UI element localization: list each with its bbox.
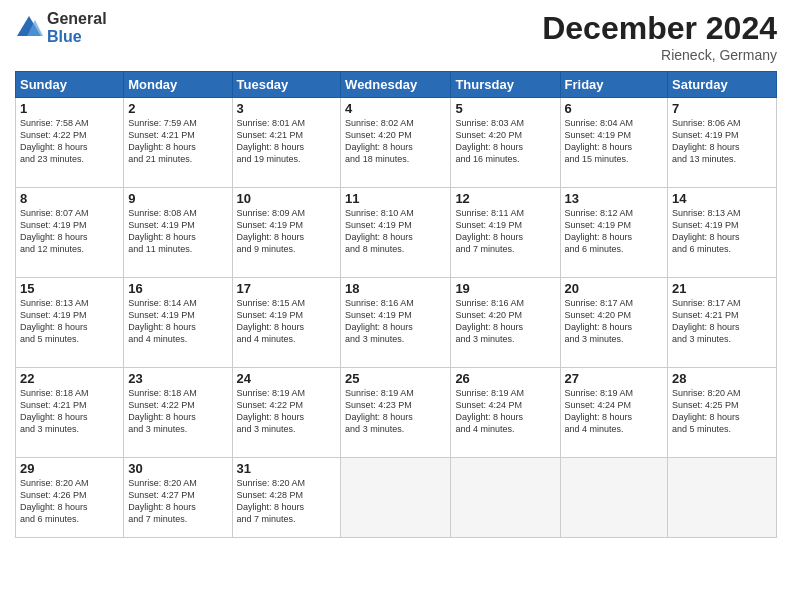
day-info: Sunrise: 8:19 AMSunset: 4:22 PMDaylight:…	[237, 387, 337, 436]
day-number: 9	[128, 191, 227, 206]
col-header-monday: Monday	[124, 72, 232, 98]
day-number: 8	[20, 191, 119, 206]
day-info: Sunrise: 8:11 AMSunset: 4:19 PMDaylight:…	[455, 207, 555, 256]
day-number: 2	[128, 101, 227, 116]
day-info: Sunrise: 8:12 AMSunset: 4:19 PMDaylight:…	[565, 207, 664, 256]
logo-icon	[15, 14, 43, 42]
day-info: Sunrise: 8:19 AMSunset: 4:23 PMDaylight:…	[345, 387, 446, 436]
day-info: Sunrise: 8:16 AMSunset: 4:20 PMDaylight:…	[455, 297, 555, 346]
calendar-cell: 22Sunrise: 8:18 AMSunset: 4:21 PMDayligh…	[16, 368, 124, 458]
day-info: Sunrise: 8:20 AMSunset: 4:26 PMDaylight:…	[20, 477, 119, 526]
day-number: 5	[455, 101, 555, 116]
calendar-week-5: 29Sunrise: 8:20 AMSunset: 4:26 PMDayligh…	[16, 458, 777, 538]
day-info: Sunrise: 8:06 AMSunset: 4:19 PMDaylight:…	[672, 117, 772, 166]
month-title: December 2024	[542, 10, 777, 47]
location: Rieneck, Germany	[542, 47, 777, 63]
day-info: Sunrise: 8:13 AMSunset: 4:19 PMDaylight:…	[672, 207, 772, 256]
calendar-cell: 2Sunrise: 7:59 AMSunset: 4:21 PMDaylight…	[124, 98, 232, 188]
day-number: 17	[237, 281, 337, 296]
day-number: 15	[20, 281, 119, 296]
calendar-cell: 24Sunrise: 8:19 AMSunset: 4:22 PMDayligh…	[232, 368, 341, 458]
calendar-cell: 25Sunrise: 8:19 AMSunset: 4:23 PMDayligh…	[341, 368, 451, 458]
calendar-cell: 28Sunrise: 8:20 AMSunset: 4:25 PMDayligh…	[668, 368, 777, 458]
day-number: 3	[237, 101, 337, 116]
day-info: Sunrise: 8:19 AMSunset: 4:24 PMDaylight:…	[455, 387, 555, 436]
calendar-cell: 7Sunrise: 8:06 AMSunset: 4:19 PMDaylight…	[668, 98, 777, 188]
day-number: 28	[672, 371, 772, 386]
day-info: Sunrise: 8:04 AMSunset: 4:19 PMDaylight:…	[565, 117, 664, 166]
day-info: Sunrise: 8:14 AMSunset: 4:19 PMDaylight:…	[128, 297, 227, 346]
calendar-cell: 20Sunrise: 8:17 AMSunset: 4:20 PMDayligh…	[560, 278, 668, 368]
calendar-week-2: 8Sunrise: 8:07 AMSunset: 4:19 PMDaylight…	[16, 188, 777, 278]
calendar-header-row: SundayMondayTuesdayWednesdayThursdayFrid…	[16, 72, 777, 98]
calendar-cell: 29Sunrise: 8:20 AMSunset: 4:26 PMDayligh…	[16, 458, 124, 538]
day-number: 21	[672, 281, 772, 296]
calendar-cell: 27Sunrise: 8:19 AMSunset: 4:24 PMDayligh…	[560, 368, 668, 458]
day-number: 24	[237, 371, 337, 386]
calendar-cell: 31Sunrise: 8:20 AMSunset: 4:28 PMDayligh…	[232, 458, 341, 538]
calendar-cell: 14Sunrise: 8:13 AMSunset: 4:19 PMDayligh…	[668, 188, 777, 278]
day-info: Sunrise: 8:03 AMSunset: 4:20 PMDaylight:…	[455, 117, 555, 166]
day-info: Sunrise: 8:15 AMSunset: 4:19 PMDaylight:…	[237, 297, 337, 346]
calendar-cell: 12Sunrise: 8:11 AMSunset: 4:19 PMDayligh…	[451, 188, 560, 278]
day-number: 4	[345, 101, 446, 116]
col-header-tuesday: Tuesday	[232, 72, 341, 98]
day-info: Sunrise: 8:17 AMSunset: 4:21 PMDaylight:…	[672, 297, 772, 346]
calendar-week-3: 15Sunrise: 8:13 AMSunset: 4:19 PMDayligh…	[16, 278, 777, 368]
calendar-cell: 9Sunrise: 8:08 AMSunset: 4:19 PMDaylight…	[124, 188, 232, 278]
day-number: 12	[455, 191, 555, 206]
day-number: 22	[20, 371, 119, 386]
col-header-saturday: Saturday	[668, 72, 777, 98]
calendar-cell	[341, 458, 451, 538]
day-number: 26	[455, 371, 555, 386]
calendar-cell: 30Sunrise: 8:20 AMSunset: 4:27 PMDayligh…	[124, 458, 232, 538]
title-block: December 2024 Rieneck, Germany	[542, 10, 777, 63]
day-number: 16	[128, 281, 227, 296]
logo-text: General Blue	[47, 10, 107, 45]
day-info: Sunrise: 8:20 AMSunset: 4:25 PMDaylight:…	[672, 387, 772, 436]
calendar-cell: 15Sunrise: 8:13 AMSunset: 4:19 PMDayligh…	[16, 278, 124, 368]
logo-blue: Blue	[47, 28, 107, 46]
calendar-week-1: 1Sunrise: 7:58 AMSunset: 4:22 PMDaylight…	[16, 98, 777, 188]
day-number: 19	[455, 281, 555, 296]
calendar-cell: 16Sunrise: 8:14 AMSunset: 4:19 PMDayligh…	[124, 278, 232, 368]
calendar-cell: 11Sunrise: 8:10 AMSunset: 4:19 PMDayligh…	[341, 188, 451, 278]
day-info: Sunrise: 8:02 AMSunset: 4:20 PMDaylight:…	[345, 117, 446, 166]
calendar-cell: 19Sunrise: 8:16 AMSunset: 4:20 PMDayligh…	[451, 278, 560, 368]
day-info: Sunrise: 8:10 AMSunset: 4:19 PMDaylight:…	[345, 207, 446, 256]
day-info: Sunrise: 8:18 AMSunset: 4:22 PMDaylight:…	[128, 387, 227, 436]
day-number: 23	[128, 371, 227, 386]
day-info: Sunrise: 8:08 AMSunset: 4:19 PMDaylight:…	[128, 207, 227, 256]
calendar-cell: 13Sunrise: 8:12 AMSunset: 4:19 PMDayligh…	[560, 188, 668, 278]
calendar-cell: 3Sunrise: 8:01 AMSunset: 4:21 PMDaylight…	[232, 98, 341, 188]
header: General Blue December 2024 Rieneck, Germ…	[15, 10, 777, 63]
day-number: 14	[672, 191, 772, 206]
day-info: Sunrise: 8:19 AMSunset: 4:24 PMDaylight:…	[565, 387, 664, 436]
day-info: Sunrise: 8:17 AMSunset: 4:20 PMDaylight:…	[565, 297, 664, 346]
day-number: 1	[20, 101, 119, 116]
calendar-cell: 1Sunrise: 7:58 AMSunset: 4:22 PMDaylight…	[16, 98, 124, 188]
day-number: 25	[345, 371, 446, 386]
day-number: 20	[565, 281, 664, 296]
logo: General Blue	[15, 10, 107, 45]
day-number: 13	[565, 191, 664, 206]
calendar-week-4: 22Sunrise: 8:18 AMSunset: 4:21 PMDayligh…	[16, 368, 777, 458]
day-number: 30	[128, 461, 227, 476]
day-number: 7	[672, 101, 772, 116]
day-number: 6	[565, 101, 664, 116]
calendar-cell	[668, 458, 777, 538]
calendar-cell: 6Sunrise: 8:04 AMSunset: 4:19 PMDaylight…	[560, 98, 668, 188]
calendar-cell: 17Sunrise: 8:15 AMSunset: 4:19 PMDayligh…	[232, 278, 341, 368]
calendar-cell: 23Sunrise: 8:18 AMSunset: 4:22 PMDayligh…	[124, 368, 232, 458]
calendar-cell: 10Sunrise: 8:09 AMSunset: 4:19 PMDayligh…	[232, 188, 341, 278]
logo-general: General	[47, 10, 107, 28]
calendar-cell	[560, 458, 668, 538]
day-info: Sunrise: 8:20 AMSunset: 4:28 PMDaylight:…	[237, 477, 337, 526]
day-info: Sunrise: 8:07 AMSunset: 4:19 PMDaylight:…	[20, 207, 119, 256]
day-number: 27	[565, 371, 664, 386]
calendar-cell	[451, 458, 560, 538]
day-info: Sunrise: 8:20 AMSunset: 4:27 PMDaylight:…	[128, 477, 227, 526]
day-info: Sunrise: 8:18 AMSunset: 4:21 PMDaylight:…	[20, 387, 119, 436]
calendar: SundayMondayTuesdayWednesdayThursdayFrid…	[15, 71, 777, 538]
calendar-cell: 5Sunrise: 8:03 AMSunset: 4:20 PMDaylight…	[451, 98, 560, 188]
